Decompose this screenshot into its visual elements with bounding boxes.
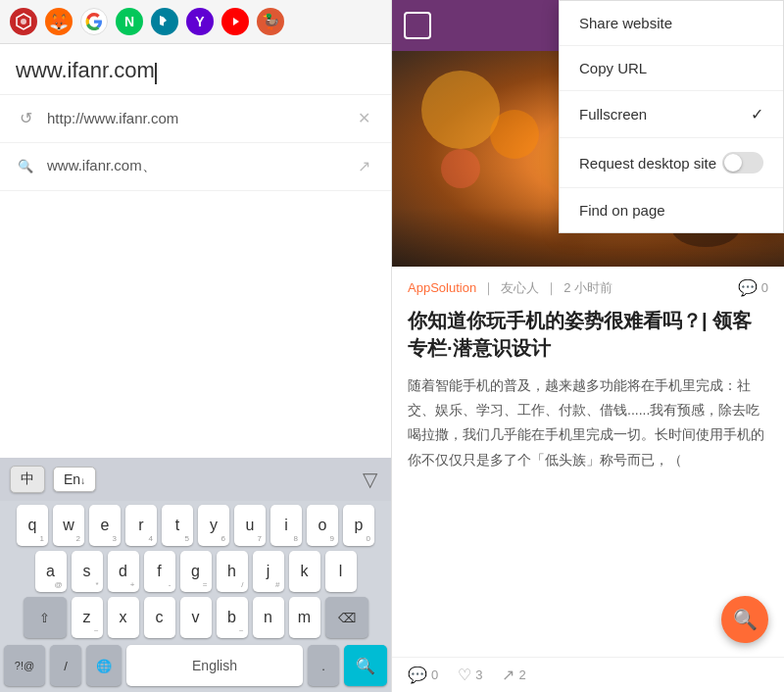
footer-comment-icon: 💬 bbox=[408, 666, 427, 684]
key-c[interactable]: c bbox=[144, 597, 175, 638]
left-panel: 🦊 N Y 🦆 bbox=[0, 0, 392, 692]
key-w[interactable]: w2 bbox=[53, 505, 84, 546]
suggestion-arrow-2[interactable]: ↗ bbox=[352, 155, 375, 178]
context-menu: Share website Copy URL Fullscreen ✓ Requ… bbox=[559, 0, 784, 233]
key-slash[interactable]: / bbox=[50, 645, 81, 686]
comment-icon: 💬 bbox=[738, 278, 758, 297]
request-desktop-label: Request desktop site bbox=[579, 155, 716, 172]
key-s[interactable]: s* bbox=[72, 551, 103, 592]
key-m[interactable]: m bbox=[289, 597, 320, 638]
fullscreen-check-icon: ✓ bbox=[751, 105, 763, 124]
suggestion-item-search[interactable]: 🔍 www.ifanr.com、 ↗ bbox=[0, 143, 391, 191]
key-o[interactable]: o9 bbox=[307, 505, 338, 546]
key-v[interactable]: v bbox=[180, 597, 212, 638]
keyboard-dismiss-button[interactable]: ▽ bbox=[359, 464, 381, 495]
vivaldi-icon[interactable] bbox=[10, 8, 37, 35]
copy-url-label: Copy URL bbox=[579, 60, 647, 76]
share-website-label: Share website bbox=[579, 15, 672, 31]
key-q[interactable]: q1 bbox=[17, 505, 48, 546]
article-body: 随着智能手机的普及，越来越多功能将在手机里完成：社交、娱乐、学习、工作、付款、借… bbox=[408, 373, 768, 472]
naver-icon[interactable]: N bbox=[116, 8, 143, 35]
key-search[interactable]: 🔍 bbox=[344, 645, 387, 686]
footer-share-icon: ↗ bbox=[502, 666, 514, 684]
search-icon-suggestion: 🔍 bbox=[16, 157, 35, 176]
key-y[interactable]: y6 bbox=[198, 505, 229, 546]
key-i[interactable]: i8 bbox=[270, 505, 302, 546]
comment-badge: 💬 0 bbox=[738, 278, 768, 297]
browser-toolbar: 🦊 N Y 🦆 bbox=[0, 0, 391, 44]
article-separator-1: ｜ bbox=[482, 279, 495, 297]
key-g[interactable]: g= bbox=[180, 551, 212, 592]
key-b[interactable]: b~ bbox=[217, 597, 248, 638]
context-menu-copy-url[interactable]: Copy URL bbox=[560, 46, 783, 91]
firefox-icon[interactable]: 🦊 bbox=[45, 8, 73, 35]
keyboard-row-3: ⇧ z~ x c v b~ n m ⌫ bbox=[4, 597, 387, 638]
duckduckgo-icon[interactable]: 🦆 bbox=[257, 8, 284, 35]
key-r[interactable]: r4 bbox=[125, 505, 157, 546]
context-menu-share[interactable]: Share website bbox=[560, 1, 783, 46]
yahoo-icon[interactable]: Y bbox=[186, 8, 214, 35]
bokeh-2 bbox=[490, 110, 539, 159]
footer-like-count: 3 bbox=[475, 667, 482, 682]
history-icon: ↺ bbox=[16, 109, 35, 128]
key-j[interactable]: j# bbox=[253, 551, 284, 592]
footer-share-count: 2 bbox=[518, 667, 525, 682]
bokeh-1 bbox=[421, 71, 500, 149]
suggestion-text-2: www.ifanr.com、 bbox=[47, 157, 340, 175]
suggestion-clear-1[interactable]: ✕ bbox=[352, 107, 375, 130]
key-shift[interactable]: ⇧ bbox=[24, 597, 67, 638]
fullscreen-label: Fullscreen bbox=[579, 106, 647, 123]
find-on-page-label: Find on page bbox=[579, 202, 665, 219]
context-menu-desktop-site[interactable]: Request desktop site bbox=[560, 138, 783, 188]
key-f[interactable]: f- bbox=[144, 551, 175, 592]
key-h[interactable]: h/ bbox=[217, 551, 248, 592]
keyboard-row-1: q1 w2 e3 r4 t5 y6 u7 i8 o9 p0 bbox=[4, 505, 387, 546]
key-d[interactable]: d+ bbox=[108, 551, 139, 592]
bokeh-5 bbox=[441, 149, 480, 188]
comment-count: 0 bbox=[761, 280, 768, 295]
article-author: 友心人 bbox=[501, 279, 539, 297]
key-t[interactable]: t5 bbox=[162, 505, 193, 546]
article-brand: AppSolution bbox=[408, 280, 476, 295]
google-icon[interactable] bbox=[80, 8, 108, 35]
keyboard-rows: q1 w2 e3 r4 t5 y6 u7 i8 o9 p0 a@ s* d+ f… bbox=[0, 501, 391, 645]
keyboard-area: 中 En↓ ▽ q1 w2 e3 r4 t5 y6 u7 i8 o9 p0 a@ bbox=[0, 458, 391, 692]
context-menu-find[interactable]: Find on page bbox=[560, 188, 783, 232]
key-z[interactable]: z~ bbox=[72, 597, 103, 638]
key-u[interactable]: u7 bbox=[234, 505, 266, 546]
keyboard-row-2: a@ s* d+ f- g= h/ j# k l bbox=[4, 551, 387, 592]
suggestion-item-history[interactable]: ↺ http://www.ifanr.com ✕ bbox=[0, 95, 391, 143]
key-a[interactable]: a@ bbox=[35, 551, 67, 592]
article-content: AppSolution ｜ 友心人 ｜ 2 小时前 💬 0 你知道你玩手机的姿势… bbox=[392, 267, 784, 657]
suggestion-text-1: http://www.ifanr.com bbox=[47, 110, 340, 126]
url-input[interactable]: www.ifanr.com bbox=[16, 58, 155, 82]
article-meta: AppSolution ｜ 友心人 ｜ 2 小时前 💬 0 bbox=[408, 278, 768, 297]
article-time-separator: ｜ bbox=[545, 279, 558, 297]
keyboard-toolbar: 中 En↓ ▽ bbox=[0, 458, 391, 501]
key-k[interactable]: k bbox=[289, 551, 320, 592]
key-e[interactable]: e3 bbox=[89, 505, 121, 546]
key-l[interactable]: l bbox=[325, 551, 357, 592]
key-globe[interactable]: 🌐 bbox=[86, 645, 122, 686]
suggestions-list: ↺ http://www.ifanr.com ✕ 🔍 www.ifanr.com… bbox=[0, 94, 391, 458]
article-footer: 💬 0 ♡ 3 ↗ 2 bbox=[392, 657, 784, 692]
youtube-icon[interactable] bbox=[221, 8, 249, 35]
key-space[interactable]: English bbox=[126, 645, 303, 686]
key-p[interactable]: p0 bbox=[343, 505, 374, 546]
tab-count-indicator[interactable] bbox=[404, 12, 431, 39]
key-symbols[interactable]: ?!@ bbox=[4, 645, 45, 686]
lang-english-button[interactable]: En↓ bbox=[53, 467, 96, 492]
key-period[interactable]: . bbox=[308, 645, 339, 686]
footer-comment-count: 0 bbox=[431, 667, 438, 682]
fab-search-button[interactable]: 🔍 bbox=[721, 596, 768, 643]
key-n[interactable]: n bbox=[253, 597, 284, 638]
right-panel: Share website Copy URL Fullscreen ✓ Requ… bbox=[392, 0, 784, 692]
bing-icon[interactable] bbox=[151, 8, 178, 35]
key-x[interactable]: x bbox=[108, 597, 139, 638]
article-title: 你知道你玩手机的姿势很难看吗？| 领客专栏·潜意识设计 bbox=[408, 307, 768, 362]
url-cursor bbox=[155, 63, 157, 84]
context-menu-fullscreen[interactable]: Fullscreen ✓ bbox=[560, 91, 783, 138]
lang-chinese-button[interactable]: 中 bbox=[10, 466, 45, 493]
desktop-site-toggle[interactable] bbox=[722, 152, 763, 173]
key-delete[interactable]: ⌫ bbox=[325, 597, 368, 638]
